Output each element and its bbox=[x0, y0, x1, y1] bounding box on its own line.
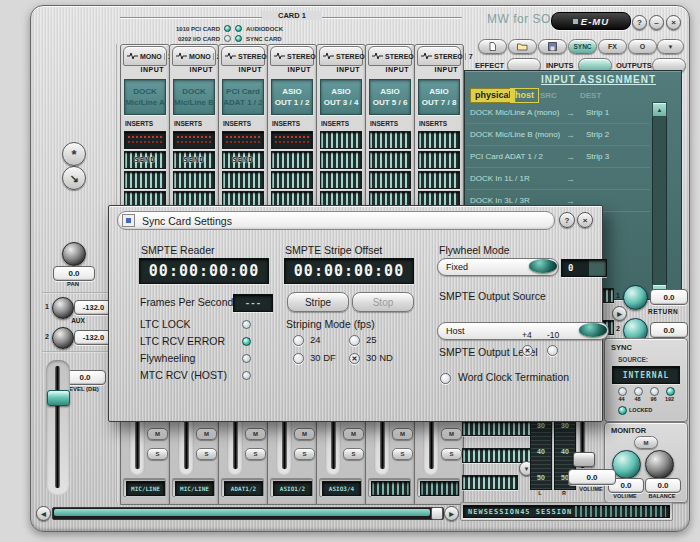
main-insert-slot[interactable] bbox=[462, 475, 518, 490]
mute-button[interactable]: M bbox=[343, 428, 364, 440]
fx-button[interactable]: FX bbox=[598, 39, 627, 54]
hscroll-left-button[interactable]: ◀ bbox=[36, 506, 51, 521]
insert-meter-slot[interactable] bbox=[222, 131, 264, 149]
mute-button[interactable]: M bbox=[441, 428, 462, 440]
solo-button[interactable]: S bbox=[294, 448, 315, 460]
strip-scribble[interactable]: ADAT1/2 bbox=[221, 478, 264, 497]
radio-30nd[interactable] bbox=[349, 353, 360, 364]
strip-input-display[interactable]: ASIOOUT 1 / 2 bbox=[271, 79, 313, 115]
radio-30df[interactable] bbox=[293, 353, 304, 364]
radio-24[interactable] bbox=[293, 335, 304, 346]
insert-slot[interactable] bbox=[271, 171, 313, 189]
insert-slot[interactable] bbox=[320, 171, 362, 189]
strip-header[interactable]: MONO 2 bbox=[172, 46, 216, 66]
strip-scribble[interactable]: ASIO1/2 bbox=[270, 478, 313, 497]
stop-button[interactable]: Stop bbox=[352, 292, 414, 312]
dialog-system-menu-icon[interactable] bbox=[122, 214, 135, 227]
strip-input-display[interactable]: ASIOOUT 5 / 6 bbox=[369, 79, 411, 115]
strip-scribble[interactable]: ASIO3/4 bbox=[319, 478, 362, 497]
strip-input-display[interactable]: ASIOOUT 3 / 4 bbox=[320, 79, 362, 115]
insert-slot[interactable] bbox=[271, 151, 313, 169]
strip-input-display[interactable]: DOCKMic/Line B bbox=[173, 79, 215, 115]
monitor-mute-button[interactable]: M bbox=[634, 436, 658, 449]
radio-25[interactable] bbox=[349, 335, 360, 346]
new-session-button[interactable] bbox=[478, 39, 507, 54]
menu-dropdown-button[interactable]: ▼ bbox=[657, 39, 684, 54]
return1-knob[interactable] bbox=[623, 285, 648, 310]
dialog-help-button[interactable]: ? bbox=[559, 212, 575, 228]
insert-meter-slot[interactable] bbox=[271, 131, 313, 149]
strip-header[interactable]: STEREO 6 bbox=[368, 46, 412, 66]
dialog-titlebar[interactable]: Sync Card Settings bbox=[117, 211, 555, 230]
insert-slot[interactable] bbox=[369, 131, 411, 149]
insert-meter-slot[interactable] bbox=[173, 131, 215, 149]
mute-button[interactable]: M bbox=[245, 428, 266, 440]
assignment-row[interactable]: DOCK In 1L / 1R → bbox=[466, 168, 650, 190]
open-session-button[interactable] bbox=[508, 39, 537, 54]
tab-host[interactable]: host bbox=[510, 88, 539, 103]
insert-slot[interactable] bbox=[320, 131, 362, 149]
strip-header[interactable]: STEREO 3 bbox=[221, 46, 265, 66]
assignment-scrollbar[interactable] bbox=[652, 102, 667, 298]
insert-send-slot[interactable]: SEND bbox=[124, 151, 166, 169]
insert-send-slot[interactable]: SEND bbox=[173, 151, 215, 169]
insert-send-slot[interactable]: SEND bbox=[222, 151, 264, 169]
strip-header[interactable]: MONO 1 bbox=[123, 46, 167, 66]
pan-knob[interactable] bbox=[62, 242, 86, 266]
strip-input-display[interactable]: PCI CardADAT 1 / 2 bbox=[222, 79, 264, 115]
hscroll-right-button[interactable]: ▶ bbox=[444, 506, 459, 521]
monitor-volume-knob[interactable] bbox=[612, 450, 641, 479]
scroll-up-button[interactable]: ▲ bbox=[652, 102, 667, 117]
solo-button[interactable]: S bbox=[245, 448, 266, 460]
assignment-row[interactable]: DOCK Mic/Line A (mono) → Strip 1 bbox=[466, 102, 650, 124]
insert-slot[interactable] bbox=[173, 171, 215, 189]
stripe-offset-display[interactable]: 00:00:00:00 bbox=[284, 258, 414, 284]
aux1-knob[interactable] bbox=[52, 297, 74, 319]
assignment-row[interactable]: PCI Card ADAT 1 / 2 → Strip 3 bbox=[466, 146, 650, 168]
level-fader-track[interactable] bbox=[55, 366, 60, 488]
save-session-button[interactable] bbox=[538, 39, 567, 54]
insert-slot[interactable] bbox=[369, 171, 411, 189]
mute-button[interactable]: M bbox=[294, 428, 315, 440]
output-monitor-button[interactable]: O bbox=[628, 39, 657, 54]
hscroll-thumb[interactable] bbox=[431, 507, 443, 520]
strip-scribble[interactable] bbox=[417, 478, 460, 497]
strip-scribble[interactable]: MIC/LINE bbox=[172, 478, 215, 497]
solo-button[interactable]: S bbox=[147, 448, 168, 460]
insert-slot[interactable] bbox=[418, 131, 460, 149]
solo-button[interactable]: S bbox=[343, 448, 364, 460]
dialog-close-button[interactable]: × bbox=[577, 212, 593, 228]
stripe-button[interactable]: Stripe bbox=[287, 292, 349, 312]
strip-header[interactable]: STEREO 4 bbox=[270, 46, 314, 66]
radio-plus4[interactable] bbox=[522, 345, 533, 356]
strip-scribble[interactable] bbox=[368, 478, 411, 497]
solo-button[interactable]: S bbox=[392, 448, 413, 460]
strip-scribble[interactable]: MIC/LINE bbox=[123, 478, 166, 497]
strip-input-display[interactable]: DOCKMic/Line A bbox=[124, 79, 166, 115]
solo-button[interactable]: S bbox=[441, 448, 462, 460]
strip-header[interactable]: STEREO 7 bbox=[417, 46, 461, 66]
insert-slot[interactable] bbox=[222, 171, 264, 189]
main-fader-handle[interactable] bbox=[573, 452, 595, 467]
assignment-row[interactable]: DOCK Mic/Line B (mono) → Strip 2 bbox=[466, 124, 650, 146]
insert-slot[interactable] bbox=[320, 151, 362, 169]
mute-button[interactable]: M bbox=[392, 428, 413, 440]
solo-button[interactable]: S bbox=[196, 448, 217, 460]
flywheel-mode-dropdown[interactable]: Fixed bbox=[437, 258, 559, 276]
strip-collapse-button[interactable]: * bbox=[62, 142, 86, 166]
strip-header[interactable]: STEREO 5 bbox=[319, 46, 363, 66]
insert-slot[interactable] bbox=[418, 151, 460, 169]
minimize-button[interactable]: – bbox=[649, 15, 664, 30]
monitor-balance-knob[interactable] bbox=[645, 450, 674, 479]
help-button[interactable]: ? bbox=[632, 15, 647, 30]
mute-button[interactable]: M bbox=[147, 428, 168, 440]
aux-scroll-right-button[interactable]: ▶ bbox=[612, 306, 627, 321]
main-insert-slot[interactable] bbox=[462, 421, 540, 436]
word-clock-radio[interactable] bbox=[440, 373, 451, 384]
insert-slot[interactable] bbox=[369, 151, 411, 169]
close-button[interactable]: × bbox=[666, 15, 681, 30]
insert-slot[interactable] bbox=[124, 171, 166, 189]
aux2-knob[interactable] bbox=[52, 327, 74, 349]
strip-input-display[interactable]: ASIOOUT 7 / 8 bbox=[418, 79, 460, 115]
radio-minus10[interactable] bbox=[547, 345, 558, 356]
